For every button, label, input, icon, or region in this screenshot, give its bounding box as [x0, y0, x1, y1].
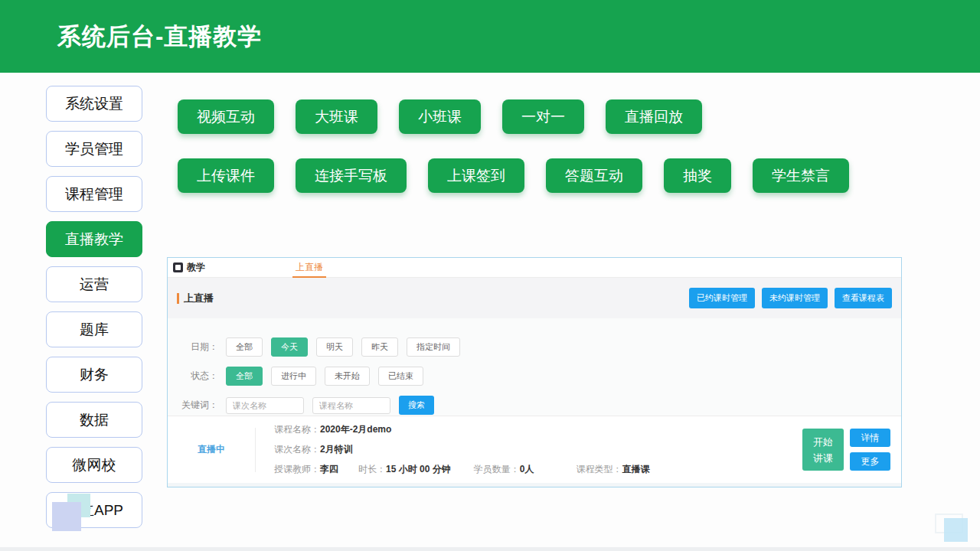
sidebar-item-operations[interactable]: 运营: [46, 266, 142, 302]
course-meta-line: 授课教师： 李四 时长： 15 小时 00 分钟 学员数量： 0人 课程类型： …: [274, 460, 649, 480]
course-actions: 开始讲课 详情 更多: [802, 429, 890, 471]
duration-value: 15 小时 00 分钟: [386, 463, 451, 476]
course-details: 课程名称： 2020年-2月demo 课次名称： 2月特训 授课教师： 李四 时…: [274, 420, 649, 480]
course-name-input[interactable]: [312, 397, 390, 414]
date-filter-label: 日期：: [178, 341, 218, 354]
sidebar-item-finance[interactable]: 财务: [46, 357, 142, 393]
status-chip-ended[interactable]: 已结束: [378, 367, 423, 386]
feature-quiz-interaction[interactable]: 答题互动: [546, 158, 642, 193]
vertical-divider: [255, 428, 256, 472]
panel-tabbar: 教学 上直播: [168, 258, 901, 278]
session-name-line: 课次名称： 2月特训: [274, 440, 649, 460]
feature-buttons: 视频互动 大班课 小班课 一对一 直播回放 上传课件 连接手写板 上课签到 答题…: [178, 99, 849, 217]
students-value: 0人: [520, 463, 534, 476]
panel-footer-strip: [168, 483, 901, 487]
section-title-row: 上直播 已约课时管理 未约课时管理 查看课程表: [168, 278, 901, 318]
course-name-label: 课程名称：: [274, 423, 320, 436]
live-status-badge: 直播中: [168, 443, 255, 456]
status-chip-not-started[interactable]: 未开始: [325, 367, 370, 386]
feature-lottery[interactable]: 抽奖: [664, 158, 731, 193]
start-teaching-button[interactable]: 开始讲课: [802, 429, 844, 471]
sidebar-item-system-settings[interactable]: 系统设置: [46, 86, 142, 122]
date-chip-custom-time[interactable]: 指定时间: [407, 337, 460, 357]
feature-connect-tablet[interactable]: 连接手写板: [296, 158, 407, 193]
booked-hours-button[interactable]: 已约课时管理: [689, 288, 755, 308]
feature-row-1: 视频互动 大班课 小班课 一对一 直播回放: [178, 99, 849, 134]
date-chip-today[interactable]: 今天: [271, 337, 308, 357]
teacher-group: 授课教师： 李四: [274, 463, 338, 476]
feature-large-class[interactable]: 大班课: [296, 99, 377, 134]
status-chip-in-progress[interactable]: 进行中: [271, 367, 316, 386]
sidebar-item-data[interactable]: 数据: [46, 402, 142, 438]
tab-live-broadcast[interactable]: 上直播: [296, 258, 323, 278]
section-actions: 已约课时管理 未约课时管理 查看课程表: [689, 288, 892, 308]
sidebar: 系统设置 学员管理 课程管理 直播教学 运营 题库 财务 数据 微网校 独立AP…: [46, 86, 142, 528]
detail-button[interactable]: 详情: [850, 429, 890, 447]
date-chip-all[interactable]: 全部: [226, 337, 263, 357]
teacher-value: 李四: [320, 463, 338, 476]
page-title: 系统后台-直播教学: [57, 21, 262, 53]
duration-group: 时长： 15 小时 00 分钟: [358, 463, 451, 476]
keyword-filter-label: 关键词：: [178, 399, 218, 412]
sidebar-item-micro-school[interactable]: 微网校: [46, 447, 142, 483]
feature-mute-students[interactable]: 学生禁言: [753, 158, 849, 193]
feature-class-checkin[interactable]: 上课签到: [428, 158, 524, 193]
feature-video-interaction[interactable]: 视频互动: [178, 99, 274, 134]
course-row: 直播中 课程名称： 2020年-2月demo 课次名称： 2月特训 授课教师： …: [168, 416, 901, 483]
secondary-actions: 详情 更多: [850, 429, 890, 471]
status-chip-all[interactable]: 全部: [226, 367, 263, 386]
duration-label: 时长：: [358, 463, 386, 476]
sidebar-item-live-teaching[interactable]: 直播教学: [46, 221, 142, 257]
section-title: 上直播: [184, 292, 214, 305]
status-filter-label: 状态：: [178, 370, 218, 383]
session-name-value: 2月特训: [320, 443, 353, 456]
panel-brand: 教学: [173, 261, 205, 274]
sidebar-item-question-bank[interactable]: 题库: [46, 311, 142, 347]
feature-one-on-one[interactable]: 一对一: [502, 99, 584, 134]
admin-panel: 教学 上直播 上直播 已约课时管理 未约课时管理 查看课程表 日期： 全部 今天…: [167, 257, 902, 487]
session-name-input[interactable]: [226, 397, 304, 414]
status-filter-row: 状态： 全部 进行中 未开始 已结束: [178, 367, 901, 386]
date-filter-row: 日期： 全部 今天 明天 昨天 指定时间: [178, 337, 901, 357]
sidebar-item-course-management[interactable]: 课程管理: [46, 176, 142, 212]
unbooked-hours-button[interactable]: 未约课时管理: [762, 288, 828, 308]
course-type-group: 课程类型： 直播课: [576, 463, 649, 476]
orange-title-marker: [177, 293, 179, 304]
teaching-app-icon: [173, 262, 183, 272]
page-header: 系统后台-直播教学: [0, 0, 980, 73]
sidebar-item-student-management[interactable]: 学员管理: [46, 131, 142, 167]
filter-area: 日期： 全部 今天 明天 昨天 指定时间 状态： 全部 进行中 未开始 已结束 …: [168, 318, 901, 416]
feature-row-2: 上传课件 连接手写板 上课签到 答题互动 抽奖 学生禁言: [178, 158, 849, 193]
course-type-label: 课程类型：: [576, 463, 622, 476]
decorative-lavender-square: [52, 502, 81, 531]
students-label: 学员数量：: [474, 463, 520, 476]
decorative-blue-square: [944, 518, 968, 542]
page-bottom-strip: [0, 547, 980, 551]
feature-live-replay[interactable]: 直播回放: [606, 99, 702, 134]
search-button[interactable]: 搜索: [399, 396, 434, 415]
course-name-value: 2020年-2月demo: [320, 423, 391, 436]
brand-label: 教学: [187, 261, 205, 274]
date-chip-yesterday[interactable]: 昨天: [361, 337, 398, 357]
teacher-label: 授课教师：: [274, 463, 320, 476]
feature-small-class[interactable]: 小班课: [399, 99, 481, 134]
date-chip-tomorrow[interactable]: 明天: [316, 337, 353, 357]
feature-upload-courseware[interactable]: 上传课件: [178, 158, 274, 193]
session-name-label: 课次名称：: [274, 443, 320, 456]
keyword-filter-row: 关键词： 搜索: [178, 396, 901, 415]
course-name-line: 课程名称： 2020年-2月demo: [274, 420, 649, 440]
view-schedule-button[interactable]: 查看课程表: [835, 288, 892, 308]
course-type-value: 直播课: [622, 463, 649, 476]
students-group: 学员数量： 0人: [474, 463, 534, 476]
more-button[interactable]: 更多: [850, 452, 890, 471]
